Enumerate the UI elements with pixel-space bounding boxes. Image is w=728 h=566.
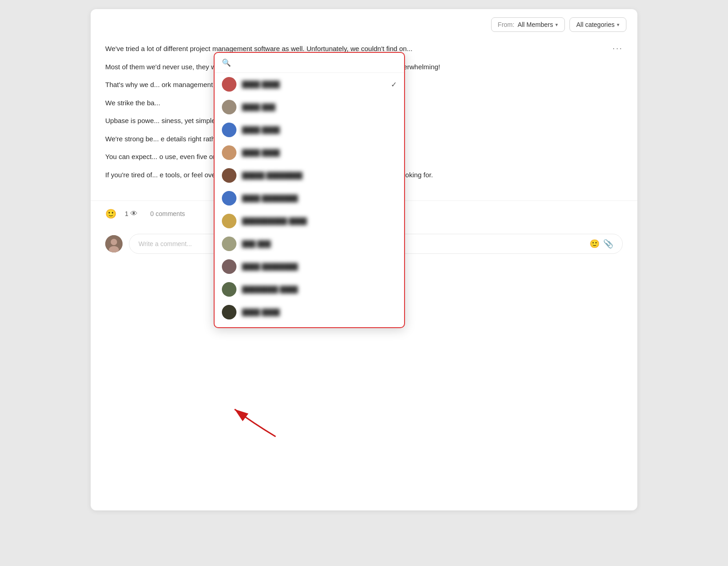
eye-icon: 👁 bbox=[130, 210, 138, 218]
avatar bbox=[222, 282, 236, 297]
comment-icons: 🙂 📎 bbox=[590, 239, 613, 249]
avatar bbox=[222, 237, 236, 251]
members-dropdown: 🔍 ████ ████ ✓ ████ ███ ✓ ████ ████ bbox=[214, 52, 405, 328]
chevron-down-icon: ▾ bbox=[555, 22, 558, 28]
member-name: ████ ████ bbox=[242, 309, 280, 316]
comment-placeholder: Write a comment... bbox=[138, 240, 192, 247]
avatar bbox=[222, 100, 236, 114]
avatar bbox=[222, 168, 236, 183]
chevron-down-icon-2: ▾ bbox=[617, 22, 620, 28]
member-name: ████ ████ bbox=[242, 126, 280, 134]
dropdown-search-bar: 🔍 bbox=[215, 53, 404, 73]
reactions-count: 1 👁 bbox=[125, 210, 138, 218]
content-area: ··· We've tried a lot of different proje… bbox=[91, 38, 637, 201]
red-arrow-svg bbox=[226, 405, 280, 441]
avatar bbox=[222, 77, 236, 92]
search-icon: 🔍 bbox=[222, 58, 231, 67]
svg-point-2 bbox=[111, 239, 117, 245]
list-item[interactable]: ████ ████ ✓ bbox=[215, 73, 404, 96]
avatar bbox=[222, 305, 236, 319]
list-item[interactable]: ███ ███ ✓ bbox=[215, 232, 404, 255]
member-name: ████ ████ bbox=[242, 149, 280, 156]
checkmark-icon: ✓ bbox=[391, 80, 397, 89]
top-bar: From: All Members ▾ All categories ▾ bbox=[91, 9, 637, 38]
from-label: From: bbox=[498, 21, 515, 28]
more-options-button[interactable]: ··· bbox=[612, 43, 623, 53]
member-name: ███ ███ bbox=[242, 240, 271, 247]
list-item[interactable]: ████ ████████ ✓ bbox=[215, 255, 404, 278]
list-item[interactable]: ████ ████ ✓ bbox=[215, 141, 404, 164]
comments-count: 0 comments bbox=[150, 210, 185, 217]
commenter-avatar bbox=[105, 235, 123, 252]
categories-filter-button[interactable]: All categories ▾ bbox=[569, 17, 626, 32]
list-item[interactable]: ████████ ████ ✓ bbox=[215, 278, 404, 301]
avatar bbox=[222, 123, 236, 137]
reactions-number: 1 bbox=[125, 210, 128, 217]
list-item[interactable]: ██████████ ████ ✓ bbox=[215, 210, 404, 232]
members-list: ████ ████ ✓ ████ ███ ✓ ████ ████ ✓ ████ … bbox=[215, 73, 404, 324]
attach-icon[interactable]: 📎 bbox=[603, 239, 613, 249]
dropdown-search-input[interactable] bbox=[235, 59, 397, 67]
member-name: ██████████ ████ bbox=[242, 217, 307, 225]
avatar bbox=[222, 145, 236, 160]
list-item[interactable]: ████ ████████ ✓ bbox=[215, 187, 404, 210]
member-name: ████ ████ bbox=[242, 81, 280, 88]
arrow-annotation bbox=[226, 405, 280, 443]
avatar bbox=[222, 191, 236, 206]
member-name: ████████ ████ bbox=[242, 286, 298, 293]
list-item[interactable]: █████ ████████ ✓ bbox=[215, 164, 404, 187]
avatar bbox=[222, 214, 236, 228]
avatar bbox=[222, 259, 236, 274]
member-name: ████ ███ bbox=[242, 103, 275, 111]
member-name: █████ ████████ bbox=[242, 172, 302, 179]
list-item[interactable]: ████ ████ ✓ bbox=[215, 118, 404, 141]
emoji-reaction-button[interactable]: 🙂 bbox=[105, 208, 117, 219]
member-name: ████ ████████ bbox=[242, 195, 298, 202]
emoji-comment-icon[interactable]: 🙂 bbox=[590, 239, 600, 249]
list-item[interactable]: ████ ███ ✓ bbox=[215, 96, 404, 118]
from-value: All Members bbox=[518, 21, 553, 28]
main-card: From: All Members ▾ All categories ▾ ···… bbox=[91, 9, 637, 510]
from-filter-button[interactable]: From: All Members ▾ bbox=[491, 17, 565, 32]
member-name: ████ ████████ bbox=[242, 263, 298, 270]
list-item[interactable]: ████ ████ ✓ bbox=[215, 301, 404, 324]
categories-label: All categories bbox=[576, 21, 615, 28]
